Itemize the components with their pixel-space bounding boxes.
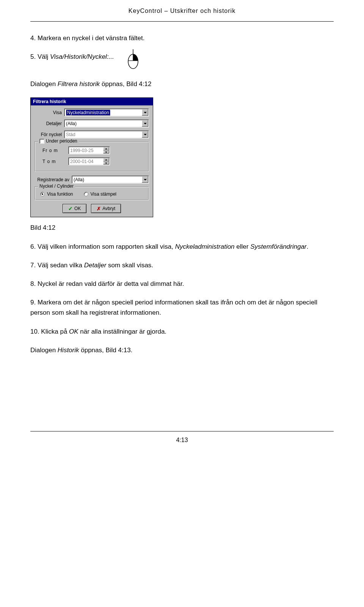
s10b: OK — [69, 328, 78, 335]
step-6: 6. Välj vilken information som rapporten… — [30, 242, 334, 252]
tom-spinner-down[interactable] — [103, 162, 109, 165]
tom-label: T o m — [39, 159, 65, 164]
under-perioden-label: Under perioden — [46, 138, 77, 144]
tom-spinner-up[interactable] — [103, 158, 109, 162]
visa-label: Visa — [35, 110, 62, 115]
ok-button[interactable]: ✓ OK — [63, 204, 86, 213]
ok-label: OK — [74, 206, 81, 211]
s6a: 6. Välj vilken information som rapporten… — [30, 243, 175, 250]
step-8: 8. Nyckel är redan vald därför är detta … — [30, 279, 334, 289]
s6d: Systemförändringar — [250, 243, 306, 250]
x-icon: ✗ — [97, 206, 101, 212]
registrerade-av-combo-button[interactable] — [142, 176, 148, 183]
nyckel-cylinder-label: Nyckel / Cylinder — [39, 184, 74, 189]
avbryt-button[interactable]: ✗ Avbryt — [91, 204, 121, 213]
s6b: Nyckeladministration — [175, 243, 235, 250]
visa-stampel-label: Visa stämpel — [91, 191, 116, 197]
detaljer-value: (Alla) — [66, 121, 77, 126]
visa-funktion-radio[interactable] — [40, 192, 45, 196]
detaljer-combo-button[interactable] — [142, 120, 148, 127]
for-nyckel-combo-button — [142, 131, 148, 138]
s6c: eller — [235, 243, 251, 250]
from-spinner-down[interactable] — [103, 151, 109, 154]
for-nyckel-label: För nyckel — [35, 132, 62, 137]
visa-stampel-radio[interactable] — [84, 192, 88, 196]
header-divider — [30, 21, 334, 22]
s6e: . — [307, 243, 309, 250]
for-nyckel-combo: Städ — [64, 130, 149, 138]
registrerade-av-value: (Alla) — [74, 177, 84, 182]
tom-date-input[interactable]: 2000-01-04 — [68, 157, 110, 165]
visa-value: Nyckeladministration — [66, 110, 110, 116]
under-perioden-fieldset: Under perioden Fr o m 1999-03-25 T o m — [35, 141, 149, 172]
s7a: 7. Välj sedan vilka — [30, 262, 84, 269]
registrerade-av-combo[interactable]: (Alla) — [72, 176, 149, 184]
dialog-opens-text: Dialogen Filtrera historik öppnas, Bild … — [30, 79, 334, 89]
step-11: Dialogen Historik öppnas, Bild 4:13. — [30, 345, 334, 355]
registrerade-av-label: Registrerade av — [35, 177, 69, 182]
visa-combo-button[interactable] — [142, 109, 148, 116]
avbryt-label: Avbryt — [102, 206, 115, 211]
visa-combo[interactable]: Nyckeladministration — [64, 108, 149, 116]
page-header: KeyControl – Utskrifter och historik — [30, 8, 334, 18]
from-date-input[interactable]: 1999-03-25 — [68, 146, 110, 154]
visa-funktion-label: Visa funktion — [47, 191, 73, 197]
nyckel-cylinder-fieldset: Nyckel / Cylinder Visa funktion Visa stä… — [35, 187, 149, 200]
t3: öppnas, Bild 4:12 — [100, 80, 151, 88]
under-perioden-checkbox[interactable] — [39, 139, 44, 144]
s7c: som skall visas. — [106, 262, 153, 269]
s10c: när alla inställningar är gjorda. — [78, 328, 166, 335]
figure-caption: Bild 4:12 — [30, 223, 334, 233]
step-5-prefix: 5. Välj — [30, 53, 50, 60]
s11c: öppnas, Bild 4:13. — [79, 347, 133, 354]
step-4: 4. Markera en nyckel i det vänstra fälte… — [30, 33, 334, 43]
s10a: 10. Klicka på — [30, 328, 69, 335]
from-label: Fr o m — [39, 148, 65, 153]
detaljer-label: Detaljer — [35, 121, 62, 126]
dialog-titlebar: Filtrera historik — [31, 98, 153, 105]
step-7: 7. Välj sedan vilka Detaljer som skall v… — [30, 260, 334, 270]
step-5: 5. Välj Visa/Historik/Nyckel:... — [30, 52, 114, 62]
page-footer: 4:13 — [30, 437, 334, 455]
filter-history-dialog: Filtrera historik Visa Nyckeladministrat… — [30, 97, 153, 217]
t1: Dialogen — [30, 80, 58, 88]
check-icon: ✓ — [68, 205, 73, 212]
detaljer-combo[interactable]: (Alla) — [64, 119, 149, 127]
from-value: 1999-03-25 — [70, 148, 93, 153]
s11a: Dialogen — [30, 347, 58, 354]
for-nyckel-value: Städ — [66, 132, 75, 137]
footer-divider — [30, 431, 334, 431]
step-9: 9. Markera om det är någon speciell peri… — [30, 297, 334, 318]
tom-value: 2000-01-04 — [70, 159, 93, 164]
t2: Filtrera historik — [58, 80, 100, 88]
mouse-icon — [126, 49, 141, 70]
step-5-menu-path: Visa/Historik/Nyckel:... — [50, 53, 114, 60]
step-10: 10. Klicka på OK när alla inställningar … — [30, 326, 334, 337]
s11b: Historik — [58, 347, 79, 354]
from-spinner-up[interactable] — [103, 147, 109, 151]
s7b: Detaljer — [84, 262, 107, 269]
